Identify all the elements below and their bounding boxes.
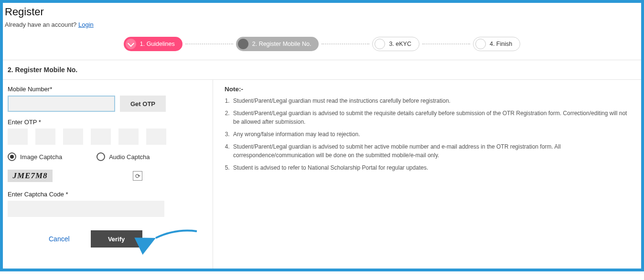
otp-digit-6[interactable]: [146, 129, 166, 145]
otp-label: Enter OTP *: [8, 118, 208, 126]
step-ekyc: 3. eKYC: [372, 37, 419, 51]
cancel-button[interactable]: Cancel: [49, 235, 70, 243]
captcha-image: JME7M8: [8, 170, 53, 182]
otp-digit-4[interactable]: [91, 129, 111, 145]
image-captcha-radio[interactable]: Image Captcha: [8, 152, 62, 161]
radio-label: Image Captcha: [20, 153, 62, 161]
note-item: Student is advised to refer to National …: [231, 163, 630, 172]
captcha-input-label: Enter Captcha Code *: [8, 191, 208, 198]
step-guidelines: 1. Guidelines: [124, 37, 182, 51]
stepper: 1. Guidelines 2. Register Mobile No. 3. …: [3, 32, 641, 60]
otp-digit-3[interactable]: [63, 129, 83, 145]
note-item: Any wrong/false information may lead to …: [231, 130, 630, 139]
dot-icon: [475, 39, 486, 49]
note-item: Student/Parent/Legal guardian must read …: [231, 97, 630, 105]
notes-panel: Note:- Student/Parent/Legal guardian mus…: [213, 80, 641, 269]
step-label: 3. eKYC: [389, 41, 411, 47]
step-separator: [322, 43, 369, 44]
step-separator: [422, 43, 470, 44]
captcha-input[interactable]: [8, 201, 164, 217]
audio-captcha-radio[interactable]: Audio Captcha: [97, 152, 150, 161]
note-item: Student/Parent/Legal guardian is advised…: [231, 109, 630, 126]
verify-button[interactable]: Verify: [91, 230, 142, 248]
login-subline: Already have an account? Login: [5, 21, 639, 28]
refresh-icon: ⟳: [135, 172, 140, 180]
otp-digit-2[interactable]: [35, 129, 55, 145]
page-title: Register: [5, 6, 639, 18]
otp-digit-5[interactable]: [118, 129, 139, 145]
dot-icon: [375, 39, 385, 49]
subline-text: Already have an account?: [5, 21, 78, 28]
step-label: 4. Finish: [490, 41, 512, 47]
note-item: Student/Parent/Legal guardian is advised…: [231, 142, 630, 160]
otp-inputs: [8, 129, 208, 145]
notes-title: Note:-: [225, 86, 630, 93]
check-icon: [126, 39, 136, 49]
section-title: 2. Register Mobile No.: [3, 60, 641, 80]
otp-digit-1[interactable]: [8, 129, 28, 145]
mobile-input[interactable]: [8, 96, 115, 112]
step-label: 1. Guidelines: [140, 41, 175, 47]
step-register-mobile: 2. Register Mobile No.: [236, 37, 319, 51]
form-panel: Mobile Number* Get OTP Enter OTP * Image…: [3, 80, 213, 269]
login-link[interactable]: Login: [78, 21, 94, 28]
dot-icon: [238, 39, 248, 49]
mobile-label: Mobile Number*: [8, 86, 208, 93]
get-otp-button[interactable]: Get OTP: [120, 96, 166, 112]
step-finish: 4. Finish: [473, 37, 520, 51]
step-separator: [185, 43, 233, 44]
radio-label: Audio Captcha: [109, 153, 150, 161]
refresh-captcha-button[interactable]: ⟳: [133, 171, 142, 181]
notes-list: Student/Parent/Legal guardian must read …: [231, 97, 630, 172]
step-label: 2. Register Mobile No.: [252, 41, 311, 47]
